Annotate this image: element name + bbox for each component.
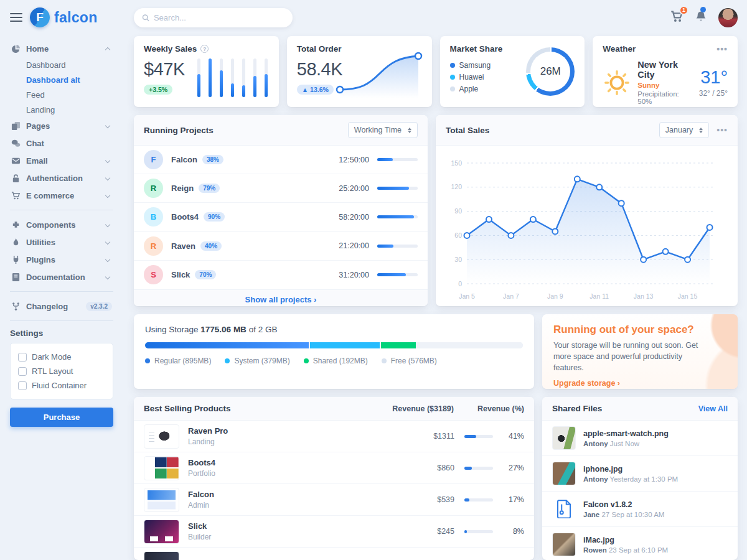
- month-select[interactable]: January: [659, 122, 709, 138]
- table-row[interactable]: Raven Pro Landing $1311 41%: [134, 421, 534, 452]
- search-box[interactable]: [134, 8, 293, 27]
- best-selling-card: Best Selling Products Revenue ($3189) Re…: [134, 397, 534, 560]
- table-row[interactable]: Slick Builder $245 8%: [134, 516, 534, 548]
- total-order-badge: ▲ 13.6%: [297, 85, 334, 95]
- rtl-layout-toggle[interactable]: RTL Layout: [18, 364, 105, 378]
- purchase-button[interactable]: Purchase: [10, 408, 113, 427]
- checkbox-icon[interactable]: [18, 353, 27, 362]
- weather-temp: 31°: [699, 67, 728, 88]
- sidebar-item-components[interactable]: Components: [10, 216, 113, 233]
- more-menu-icon[interactable]: •••: [716, 47, 728, 52]
- help-icon[interactable]: ?: [200, 45, 209, 53]
- product-name[interactable]: Raven Pro: [188, 426, 228, 436]
- table-row-partial[interactable]: [134, 548, 534, 560]
- dark-mode-toggle[interactable]: Dark Mode: [18, 350, 105, 364]
- project-badge: 38%: [202, 155, 223, 164]
- file-name[interactable]: Falcon v1.8.2: [583, 500, 664, 509]
- project-row[interactable]: B Boots4 90% 58:20:00: [134, 203, 428, 231]
- search-input[interactable]: [154, 13, 284, 22]
- sidebar-item-changelog[interactable]: Changelog v2.3.2: [10, 297, 113, 315]
- file-name[interactable]: iMac.jpg: [583, 536, 668, 544]
- list-item[interactable]: iMac.jpg Rowen 23 Sep at 6:10 PM: [542, 527, 738, 560]
- sidebar-item-authentication[interactable]: Authentication: [10, 169, 113, 187]
- view-all-link[interactable]: View All: [698, 404, 728, 413]
- working-time-select[interactable]: Working Time: [348, 122, 418, 138]
- sidebar-item-dashboard[interactable]: Dashboard: [26, 57, 113, 72]
- show-all-projects-link[interactable]: Show all projects ›: [134, 289, 428, 306]
- settings-heading: Settings: [10, 329, 113, 338]
- sidebar-item-label: Utilities: [26, 238, 100, 247]
- storage-title-prefix: Using Storage: [145, 325, 199, 334]
- project-row[interactable]: R Raven 40% 21:20:00: [134, 232, 428, 261]
- sidebar-item-home[interactable]: Home: [10, 40, 113, 57]
- sidebar-item-utilities[interactable]: Utilities: [10, 233, 113, 251]
- project-badge: 79%: [199, 184, 220, 193]
- file-author: Antony: [583, 440, 608, 447]
- hamburger-menu-icon[interactable]: [10, 11, 22, 24]
- file-name[interactable]: iphone.jpg: [583, 465, 678, 474]
- sidebar-item-landing[interactable]: Landing: [26, 102, 113, 117]
- brand-logo[interactable]: F falcon: [30, 7, 98, 27]
- fluid-container-toggle[interactable]: Fluid Container: [18, 378, 105, 393]
- file-time: Just Now: [610, 440, 639, 447]
- legend-label: Apple: [459, 85, 479, 93]
- avatar[interactable]: [718, 8, 738, 27]
- project-row[interactable]: F Falcon 38% 12:50:00: [134, 146, 428, 174]
- home-submenu: Dashboard Dashboard alt Feed Landing: [10, 57, 113, 117]
- project-avatar: S: [144, 265, 163, 284]
- file-archive-icon: [552, 497, 576, 521]
- more-menu-icon[interactable]: •••: [716, 128, 728, 133]
- chevron-down-icon: [105, 257, 110, 262]
- project-row[interactable]: R Reign 79% 25:20:00: [134, 174, 428, 203]
- table-row[interactable]: Falcon Admin $539 17%: [134, 484, 534, 516]
- file-thumbnail: [552, 533, 576, 556]
- list-item[interactable]: Falcon v1.8.2 Jane 27 Sep at 10:30 AM: [542, 492, 738, 527]
- product-name[interactable]: Boots4: [188, 458, 215, 467]
- project-time: 12:50:00: [331, 156, 369, 164]
- project-row[interactable]: S Slick 70% 31:20:00: [134, 261, 428, 289]
- card-title: Total Sales: [446, 126, 489, 135]
- legend-label: Regular (895MB): [154, 357, 211, 365]
- sidebar-item-label: Email: [26, 156, 100, 166]
- falcon-logo-icon: F: [30, 7, 50, 27]
- checkbox-icon[interactable]: [18, 367, 27, 376]
- notifications-button[interactable]: [695, 10, 707, 25]
- sidebar-item-feed[interactable]: Feed: [26, 87, 113, 102]
- sidebar-item-chat[interactable]: Chat: [10, 134, 113, 152]
- book-icon: [11, 273, 21, 282]
- file-name[interactable]: apple-smart-watch.png: [583, 429, 669, 438]
- space-ad-body: Your storage will be running out soon. G…: [553, 340, 709, 373]
- weekly-sales-chart: [197, 58, 268, 97]
- puzzle-icon: [11, 220, 21, 230]
- legend-label: Shared (192MB): [313, 357, 368, 365]
- project-name: Reign: [171, 184, 194, 193]
- sidebar-item-plugins[interactable]: Plugins: [10, 251, 113, 268]
- market-share-total: 26M: [530, 52, 570, 91]
- sidebar-item-pages[interactable]: Pages: [10, 117, 113, 134]
- storage-suffix: of 2 GB: [249, 325, 278, 334]
- card-title: Weekly Sales: [144, 44, 197, 54]
- svg-text:Jan 15: Jan 15: [678, 292, 698, 300]
- sidebar-item-email[interactable]: Email: [10, 152, 113, 169]
- svg-text:Jan 9: Jan 9: [547, 292, 563, 300]
- checkbox-icon[interactable]: [18, 381, 27, 390]
- product-category: Landing: [188, 437, 228, 446]
- product-name[interactable]: Falcon: [188, 490, 214, 499]
- sidebar-item-dashboard-alt[interactable]: Dashboard alt: [26, 72, 113, 87]
- legend-dot-huawei: [450, 75, 455, 80]
- chevron-up-icon: [105, 47, 110, 52]
- product-percent: 8%: [500, 527, 524, 536]
- product-name[interactable]: Slick: [188, 521, 211, 531]
- cart-button[interactable]: 1: [670, 10, 684, 26]
- sidebar-item-documentation[interactable]: Documentation: [10, 268, 113, 286]
- table-row[interactable]: Boots4 Portfolio $860 27%: [134, 452, 534, 484]
- product-progressbar: [464, 498, 493, 502]
- upgrade-storage-link[interactable]: Upgrade storage ›: [553, 379, 620, 388]
- column-header-percent: Revenue (%): [477, 404, 524, 413]
- list-item[interactable]: apple-smart-watch.png Antony Just Now: [542, 421, 738, 456]
- storage-card: Using Storage 1775.06 MB of 2 GB Regular…: [134, 314, 534, 389]
- file-thumbnail: [552, 426, 576, 450]
- list-item[interactable]: iphone.jpg Antony Yesterday at 1:30 PM: [542, 456, 738, 492]
- brand-name: falcon: [54, 9, 98, 26]
- sidebar-item-ecommerce[interactable]: E commerce: [10, 187, 113, 204]
